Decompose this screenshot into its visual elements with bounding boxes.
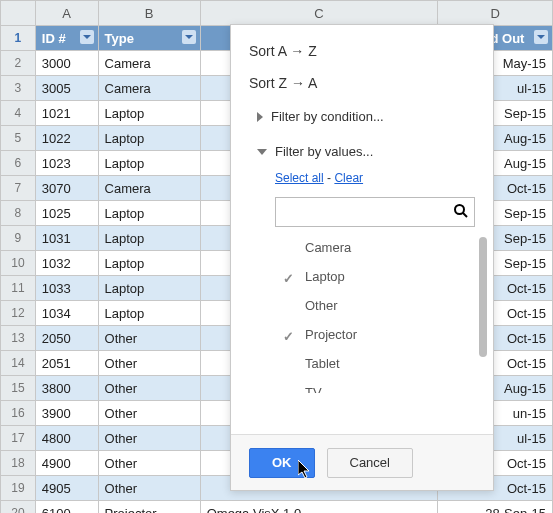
col-header-A[interactable]: A [35, 1, 98, 26]
cell-detail[interactable]: Omega VisX 1.0 [200, 501, 438, 514]
filter-value-label: TV [305, 385, 322, 393]
col-header-B[interactable]: B [98, 1, 200, 26]
row-header[interactable]: 3 [1, 76, 36, 101]
cell-id[interactable]: 3070 [35, 176, 98, 201]
filter-by-values[interactable]: Filter by values... [231, 134, 493, 169]
cell-id[interactable]: 1025 [35, 201, 98, 226]
filter-value-item[interactable]: ✓Laptop [275, 262, 487, 291]
row-header[interactable]: 2 [1, 51, 36, 76]
chevron-down-icon [257, 149, 267, 155]
row-header[interactable]: 10 [1, 251, 36, 276]
cell-type[interactable]: Laptop [98, 301, 200, 326]
row-header[interactable]: 19 [1, 476, 36, 501]
cell-type[interactable]: Other [98, 326, 200, 351]
cell-id[interactable]: 1033 [35, 276, 98, 301]
cell-id[interactable]: 1034 [35, 301, 98, 326]
cell-id[interactable]: 3900 [35, 401, 98, 426]
row-header[interactable]: 7 [1, 176, 36, 201]
row-header[interactable]: 17 [1, 426, 36, 451]
cell-id[interactable]: 1031 [35, 226, 98, 251]
corner-cell [1, 1, 36, 26]
cell-type[interactable]: Laptop [98, 276, 200, 301]
scrollbar[interactable] [479, 237, 487, 387]
row-header[interactable]: 11 [1, 276, 36, 301]
search-icon[interactable] [453, 203, 469, 222]
row-header[interactable]: 13 [1, 326, 36, 351]
cell-type[interactable]: Other [98, 426, 200, 451]
row-header[interactable]: 9 [1, 226, 36, 251]
cell-id[interactable]: 1021 [35, 101, 98, 126]
row-header[interactable]: 18 [1, 451, 36, 476]
row-header[interactable]: 5 [1, 126, 36, 151]
col-header-D[interactable]: D [438, 1, 553, 26]
cell-type[interactable]: Other [98, 476, 200, 501]
cell-id[interactable]: 4900 [35, 451, 98, 476]
cell-id[interactable]: 1032 [35, 251, 98, 276]
cell-checked[interactable]: 28-Sep-15 [438, 501, 553, 514]
cell-type[interactable]: Laptop [98, 126, 200, 151]
filter-arrow-icon[interactable] [534, 30, 548, 44]
check-icon: ✓ [283, 329, 294, 344]
clear-link[interactable]: Clear [334, 171, 363, 185]
cell-type[interactable]: Other [98, 401, 200, 426]
filter-search [275, 197, 475, 227]
filter-search-input[interactable] [275, 197, 475, 227]
row-header[interactable]: 15 [1, 376, 36, 401]
cell-type[interactable]: Laptop [98, 226, 200, 251]
filter-value-item[interactable]: TV [275, 378, 487, 393]
filter-values-list: Camera✓LaptopOther✓ProjectorTabletTV [275, 233, 487, 393]
cell-id[interactable]: 2050 [35, 326, 98, 351]
svg-line-1 [463, 213, 467, 217]
cell-type[interactable]: Projector [98, 501, 200, 514]
filter-by-values-label: Filter by values... [275, 144, 373, 159]
cell-type[interactable]: Other [98, 451, 200, 476]
filter-value-item[interactable]: Tablet [275, 349, 487, 378]
row-header[interactable]: 16 [1, 401, 36, 426]
cell-type[interactable]: Laptop [98, 101, 200, 126]
row-header[interactable]: 1 [1, 26, 36, 51]
row-header[interactable]: 20 [1, 501, 36, 514]
select-all-link[interactable]: Select all [275, 171, 324, 185]
filter-value-label: Camera [305, 240, 351, 255]
col-header-C[interactable]: C [200, 1, 438, 26]
cell-type[interactable]: Camera [98, 51, 200, 76]
mouse-cursor [298, 460, 314, 483]
filter-by-condition[interactable]: Filter by condition... [231, 99, 493, 134]
filter-arrow-icon[interactable] [182, 30, 196, 44]
cell-type[interactable]: Other [98, 376, 200, 401]
row-header[interactable]: 12 [1, 301, 36, 326]
filter-value-item[interactable]: Other [275, 291, 487, 320]
check-icon: ✓ [283, 271, 294, 286]
cell-type[interactable]: Laptop [98, 251, 200, 276]
filter-arrow-icon[interactable] [80, 30, 94, 44]
row-header[interactable]: 8 [1, 201, 36, 226]
filter-value-item[interactable]: ✓Projector [275, 320, 487, 349]
cell-type[interactable]: Camera [98, 76, 200, 101]
filter-value-item[interactable]: Camera [275, 233, 487, 262]
cell-id[interactable]: 2051 [35, 351, 98, 376]
header-id[interactable]: ID # [35, 26, 98, 51]
dropdown-buttons: OK Cancel [231, 434, 493, 490]
row-header[interactable]: 14 [1, 351, 36, 376]
cell-id[interactable]: 4800 [35, 426, 98, 451]
header-type[interactable]: Type [98, 26, 200, 51]
cell-type[interactable]: Camera [98, 176, 200, 201]
cell-id[interactable]: 3005 [35, 76, 98, 101]
cell-type[interactable]: Laptop [98, 201, 200, 226]
cell-id[interactable]: 4905 [35, 476, 98, 501]
cell-id[interactable]: 3000 [35, 51, 98, 76]
cancel-button[interactable]: Cancel [327, 448, 413, 478]
cell-type[interactable]: Other [98, 351, 200, 376]
row-header[interactable]: 4 [1, 101, 36, 126]
filter-value-label: Projector [305, 327, 357, 342]
cell-type[interactable]: Laptop [98, 151, 200, 176]
cell-id[interactable]: 1023 [35, 151, 98, 176]
select-clear-links: Select all - Clear [231, 169, 493, 191]
cell-id[interactable]: 3800 [35, 376, 98, 401]
row-header[interactable]: 6 [1, 151, 36, 176]
sort-za[interactable]: Sort Z → A [231, 67, 493, 99]
cell-id[interactable]: 1022 [35, 126, 98, 151]
filter-dropdown: Sort A → Z Sort Z → A Filter by conditio… [230, 24, 494, 491]
cell-id[interactable]: 6100 [35, 501, 98, 514]
sort-az[interactable]: Sort A → Z [231, 35, 493, 67]
